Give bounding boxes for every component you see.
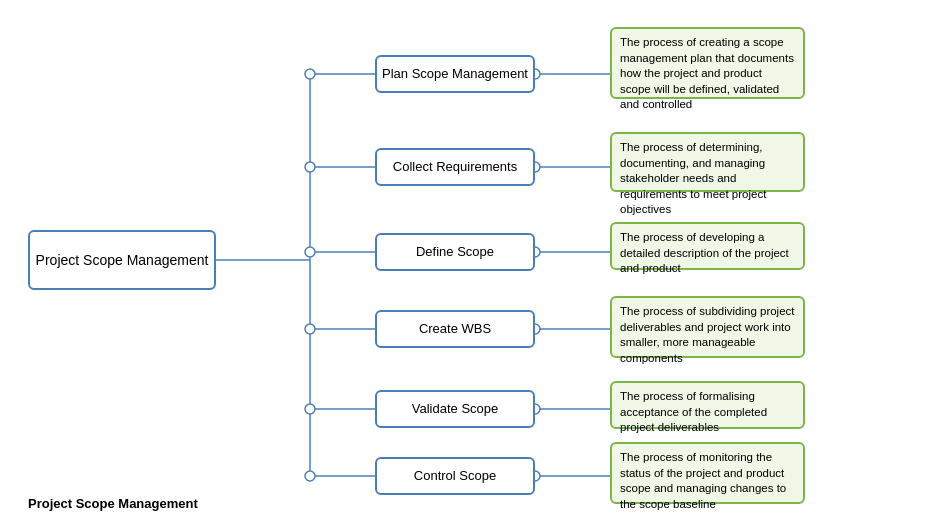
desc-node-define-scope: The process of developing a detailed des… xyxy=(610,222,805,270)
desc-node-create-wbs: The process of subdividing project deliv… xyxy=(610,296,805,358)
desc-node-collect-req: The process of determining, documenting,… xyxy=(610,132,805,192)
child-node-label: Control Scope xyxy=(414,468,496,485)
diagram-container: Project Scope Management Plan Scope Mana… xyxy=(0,0,945,523)
desc-node-plan-scope: The process of creating a scope manageme… xyxy=(610,27,805,99)
child-node-label: Define Scope xyxy=(416,244,494,261)
svg-point-13 xyxy=(305,471,315,481)
desc-text: The process of creating a scope manageme… xyxy=(620,36,794,110)
desc-text: The process of formalising acceptance of… xyxy=(620,390,767,433)
root-node: Project Scope Management xyxy=(28,230,216,290)
root-node-label: Project Scope Management xyxy=(36,251,209,269)
desc-node-validate-scope: The process of formalising acceptance of… xyxy=(610,381,805,429)
child-node-control-scope: Control Scope xyxy=(375,457,535,495)
desc-node-control-scope: The process of monitoring the status of … xyxy=(610,442,805,504)
child-node-label: Plan Scope Management xyxy=(382,66,528,83)
desc-text: The process of subdividing project deliv… xyxy=(620,305,795,364)
child-node-define-scope: Define Scope xyxy=(375,233,535,271)
child-node-create-wbs: Create WBS xyxy=(375,310,535,348)
child-node-collect-req: Collect Requirements xyxy=(375,148,535,186)
svg-point-5 xyxy=(305,162,315,172)
child-node-validate-scope: Validate Scope xyxy=(375,390,535,428)
child-node-plan-scope: Plan Scope Management xyxy=(375,55,535,93)
desc-text: The process of monitoring the status of … xyxy=(620,451,786,510)
svg-point-11 xyxy=(305,404,315,414)
desc-text: The process of determining, documenting,… xyxy=(620,141,766,215)
desc-text: The process of developing a detailed des… xyxy=(620,231,789,274)
child-node-label: Collect Requirements xyxy=(393,159,517,176)
svg-point-3 xyxy=(305,69,315,79)
bottom-label: Project Scope Management xyxy=(28,496,198,511)
child-node-label: Create WBS xyxy=(419,321,491,338)
svg-point-9 xyxy=(305,324,315,334)
child-node-label: Validate Scope xyxy=(412,401,499,418)
svg-point-7 xyxy=(305,247,315,257)
